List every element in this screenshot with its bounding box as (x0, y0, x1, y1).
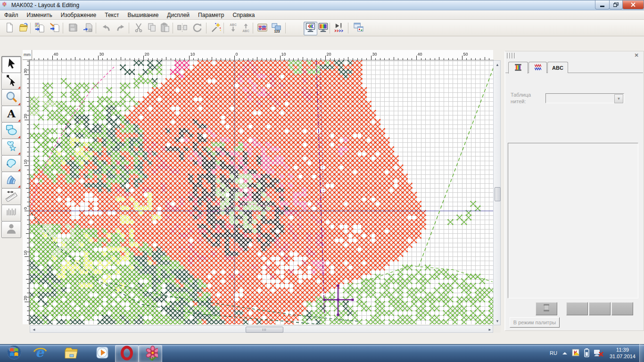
thread-list[interactable] (508, 143, 638, 298)
tab-thread-colors[interactable] (508, 62, 528, 74)
network-error-icon[interactable] (594, 348, 604, 358)
stitch-view-button[interactable] (304, 22, 317, 35)
text-arc-up-button[interactable]: ABC (239, 22, 253, 35)
scroll-right-arrow[interactable]: ► (486, 326, 494, 333)
write-to-card-icon (83, 22, 93, 35)
sewing-order-button[interactable] (256, 22, 269, 35)
flyout-indicator (18, 86, 20, 89)
spool-hatch-icon (542, 303, 551, 314)
restore-button[interactable] (609, 0, 623, 9)
window-title: MAK002 - Layout & Editing (11, 2, 79, 8)
taskbar-windows-explorer[interactable] (60, 345, 82, 362)
thread-swatch-button-3[interactable] (589, 302, 611, 315)
rotate-icon (192, 22, 203, 35)
import-design-icon (34, 22, 45, 35)
taskbar-opera[interactable] (115, 345, 139, 362)
rotate-button[interactable] (190, 22, 204, 35)
new-document-button[interactable] (3, 22, 17, 35)
battery-icon[interactable] (584, 348, 590, 358)
paste-button[interactable] (158, 22, 172, 35)
thread-swatch-button-2[interactable] (566, 302, 588, 315)
menu-параметр[interactable]: Параметр (194, 11, 228, 19)
fan-stitch-icon (5, 173, 17, 187)
taskbar-internet-explorer[interactable]: e (29, 345, 51, 362)
mannequin-icon (5, 222, 17, 237)
open-file-icon (18, 22, 29, 35)
flip-button[interactable] (175, 22, 189, 35)
text-arc-down-button[interactable]: ABC (226, 22, 240, 35)
undo-button[interactable] (99, 22, 113, 35)
layout-window-button[interactable] (352, 22, 365, 35)
write-to-card-button[interactable] (81, 22, 95, 35)
panel-grip[interactable] (507, 53, 515, 58)
open-file-button[interactable] (17, 22, 31, 35)
menu-текст[interactable]: Текст (100, 11, 123, 19)
thread-table-combobox[interactable]: ▼ (545, 93, 624, 103)
taskbar-media-player[interactable] (91, 345, 113, 362)
star-heart-icon (5, 140, 17, 154)
horizontal-scrollbar[interactable]: ◄ ► lll (30, 325, 493, 333)
tool-select[interactable] (1, 56, 21, 73)
tab-stitch-list[interactable] (528, 62, 547, 73)
magic-wand-button[interactable] (209, 22, 223, 35)
scroll-left-arrow[interactable]: ◄ (30, 326, 38, 333)
tool-fan-stitch[interactable] (1, 172, 21, 189)
kaspersky-icon[interactable]: K (572, 349, 580, 357)
redo-button[interactable] (114, 22, 128, 35)
clock[interactable]: 11:39 31.07.2014 (610, 346, 636, 360)
menu-справка[interactable]: Справка (228, 11, 259, 19)
palette-mode-button[interactable]: В режим палитры (510, 317, 560, 328)
tool-point-edit[interactable] (1, 73, 21, 90)
scroll-up-arrow[interactable]: ▲ (494, 61, 501, 68)
taskbar-start-button[interactable] (2, 345, 26, 362)
image-to-stitch-button[interactable] (48, 22, 62, 35)
toolbar-separator (206, 23, 206, 33)
tool-text[interactable]: A (1, 106, 21, 123)
import-design-button[interactable] (33, 22, 47, 35)
menu-изменить[interactable]: Изменить (23, 11, 57, 19)
minimize-button[interactable] (595, 0, 610, 9)
zoom-icon (5, 90, 17, 105)
design-canvas[interactable] (30, 60, 493, 324)
cut-button[interactable] (132, 22, 146, 35)
tool-stitch-attributes[interactable] (1, 205, 21, 222)
vertical-scroll-thumb[interactable] (495, 187, 501, 201)
thread-swatch-button-4[interactable] (611, 302, 633, 315)
stitch-attributes-icon (5, 206, 17, 220)
save-button[interactable] (66, 22, 80, 35)
menu-файл[interactable]: Файл (0, 11, 23, 19)
tool-zoom[interactable] (1, 89, 21, 106)
menu-вышивание[interactable]: Вышивание (123, 11, 163, 19)
design-numbering-button[interactable]: 123 (270, 22, 283, 35)
menu-bar: ФайлИзменитьИзображениеТекстВышиваниеДис… (0, 10, 644, 20)
show-desktop-button[interactable] (639, 344, 644, 362)
tool-measure[interactable] (1, 188, 21, 205)
realistic-view-button[interactable] (316, 22, 330, 35)
tool-mannequin[interactable] (1, 221, 21, 238)
pe-design-icon (143, 346, 158, 362)
toolbar-separator (285, 23, 286, 33)
taskbar-pe-design[interactable] (139, 345, 162, 362)
tool-shapes[interactable] (1, 122, 21, 139)
horizontal-scroll-thumb[interactable]: lll (246, 327, 283, 333)
thread-swatch-button-1[interactable] (536, 302, 557, 315)
menu-изображение[interactable]: Изображение (57, 11, 101, 19)
panel-close-icon[interactable]: ✕ (633, 52, 640, 58)
vertical-scrollbar[interactable]: ▲ ▼ (493, 60, 501, 325)
stitch-simulator-button[interactable] (332, 22, 346, 35)
svg-text:123: 123 (274, 30, 280, 33)
tool-star-heart[interactable] (1, 139, 21, 156)
text-arc-down-icon: ABC (228, 22, 239, 35)
hidden-icons-chevron-icon[interactable] (561, 351, 568, 355)
tab-text[interactable]: ABC (547, 62, 568, 73)
flyout-indicator (18, 152, 20, 155)
image-to-stitch-icon (50, 22, 60, 35)
chevron-down-icon[interactable]: ▼ (614, 94, 623, 103)
tool-freehand[interactable] (1, 155, 21, 172)
toolbar-separator (129, 23, 129, 33)
scroll-down-arrow[interactable]: ▼ (494, 317, 501, 325)
copy-button[interactable] (145, 22, 159, 35)
language-indicator[interactable]: RU (550, 350, 557, 356)
close-button[interactable] (622, 0, 644, 9)
menu-дисплей[interactable]: Дисплей (163, 11, 194, 19)
